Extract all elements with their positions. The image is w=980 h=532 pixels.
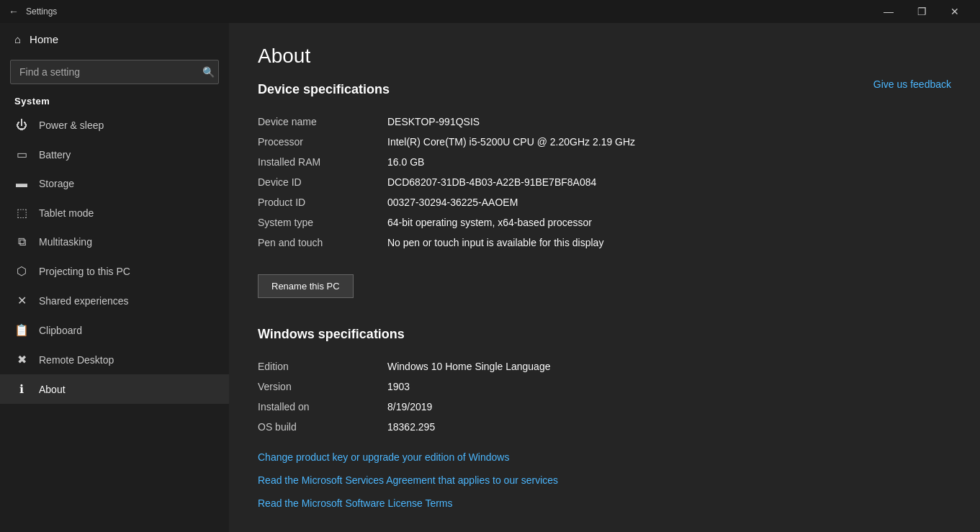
table-row: Device IDDCD68207-31DB-4B03-A22B-91BE7BF…	[258, 172, 951, 192]
table-row: Product ID00327-30294-36225-AAOEM	[258, 192, 951, 212]
sidebar-item-label: Tablet mode	[39, 207, 94, 219]
device-specs-header: Device specifications Give us feedback	[258, 82, 951, 97]
home-icon: ⌂	[14, 33, 21, 45]
clipboard-icon: 📋	[14, 323, 29, 337]
sidebar-item-tablet-mode[interactable]: ⬚ Tablet mode	[0, 198, 229, 227]
about-icon: ℹ	[14, 382, 29, 396]
sidebar-item-shared-experiences[interactable]: ✕ Shared experiences	[0, 286, 229, 315]
maximize-button[interactable]: ❐	[905, 0, 938, 23]
sidebar-item-label: About	[39, 384, 66, 395]
spec-label: Installed RAM	[258, 152, 387, 172]
spec-label: Installed on	[258, 397, 387, 417]
title-bar-title: Settings	[26, 6, 57, 17]
storage-icon: ▬	[14, 177, 29, 190]
close-button[interactable]: ✕	[938, 0, 971, 23]
feedback-link[interactable]: Give us feedback	[873, 78, 951, 90]
sidebar-item-label: Remote Desktop	[39, 354, 114, 366]
table-row: Version1903	[258, 377, 951, 397]
spec-label: System type	[258, 212, 387, 233]
sidebar-item-clipboard[interactable]: 📋 Clipboard	[0, 315, 229, 345]
spec-label: Device ID	[258, 172, 387, 192]
spec-label: OS build	[258, 417, 387, 437]
spec-value: Intel(R) Core(TM) i5-5200U CPU @ 2.20GHz…	[387, 132, 951, 152]
page-title: About	[258, 45, 951, 68]
search-button[interactable]: 🔍	[202, 66, 215, 78]
sidebar-item-label: Battery	[39, 149, 71, 161]
sidebar-search-container: 🔍	[10, 60, 219, 84]
sidebar-item-label: Projecting to this PC	[39, 266, 130, 277]
sidebar-item-home[interactable]: ⌂ Home	[0, 23, 229, 55]
table-row: System type64-bit operating system, x64-…	[258, 212, 951, 233]
spec-label: Version	[258, 377, 387, 397]
battery-icon: ▭	[14, 148, 29, 161]
sidebar-item-label: Shared experiences	[39, 295, 129, 307]
windows-specs-section: Windows specifications EditionWindows 10…	[258, 327, 951, 437]
spec-label: Pen and touch	[258, 233, 387, 253]
spec-label: Edition	[258, 356, 387, 377]
spec-label: Device name	[258, 112, 387, 132]
sidebar-item-label: Power & sleep	[39, 120, 104, 131]
spec-value: 16.0 GB	[387, 152, 951, 172]
spec-value: 00327-30294-36225-AAOEM	[387, 192, 951, 212]
sidebar-item-label: Multitasking	[39, 236, 92, 248]
links-container: Change product key or upgrade your editi…	[258, 451, 951, 509]
sidebar-item-projecting[interactable]: ⬡ Projecting to this PC	[0, 256, 229, 286]
spec-value: DESKTOP-991QSIS	[387, 112, 951, 132]
sidebar-section-title: System	[0, 93, 229, 111]
sidebar-item-label: Storage	[39, 178, 74, 189]
sidebar-home-label: Home	[30, 33, 58, 45]
tablet-mode-icon: ⬚	[14, 206, 29, 220]
rename-pc-button[interactable]: Rename this PC	[258, 274, 354, 298]
sidebar-item-remote-desktop[interactable]: ✖ Remote Desktop	[0, 345, 229, 374]
sidebar-item-storage[interactable]: ▬ Storage	[0, 169, 229, 198]
spec-label: Product ID	[258, 192, 387, 212]
spec-value: Windows 10 Home Single Language	[387, 356, 951, 377]
remote-desktop-icon: ✖	[14, 353, 29, 366]
windows-specs-title: Windows specifications	[258, 327, 951, 342]
spec-value: DCD68207-31DB-4B03-A22B-91BE7BF8A084	[387, 172, 951, 192]
table-row: OS build18362.295	[258, 417, 951, 437]
table-row: EditionWindows 10 Home Single Language	[258, 356, 951, 377]
title-bar: ← Settings — ❐ ✕	[0, 0, 980, 23]
search-input[interactable]	[10, 60, 219, 84]
spec-value: No pen or touch input is available for t…	[387, 233, 951, 253]
shared-experiences-icon: ✕	[14, 294, 29, 307]
projecting-icon: ⬡	[14, 264, 29, 278]
table-row: Pen and touchNo pen or touch input is av…	[258, 233, 951, 253]
device-specs-title: Device specifications	[258, 82, 951, 97]
table-row: Device nameDESKTOP-991QSIS	[258, 112, 951, 132]
table-row: Installed RAM16.0 GB	[258, 152, 951, 172]
sidebar-item-about[interactable]: ℹ About	[0, 374, 229, 404]
sidebar-item-power-sleep[interactable]: ⏻ Power & sleep	[0, 111, 229, 140]
windows-specs-table: EditionWindows 10 Home Single LanguageVe…	[258, 356, 951, 437]
sidebar-item-battery[interactable]: ▭ Battery	[0, 140, 229, 169]
windows-link[interactable]: Read the Microsoft Software License Term…	[258, 497, 951, 509]
sidebar-item-label: Clipboard	[39, 325, 82, 336]
spec-value: 1903	[387, 377, 951, 397]
spec-value: 64-bit operating system, x64-based proce…	[387, 212, 951, 233]
multitasking-icon: ⧉	[14, 235, 29, 248]
minimize-button[interactable]: —	[872, 0, 905, 23]
windows-link[interactable]: Change product key or upgrade your editi…	[258, 451, 951, 463]
spec-label: Processor	[258, 132, 387, 152]
content-area: About Device specifications Give us feed…	[229, 23, 980, 532]
spec-value: 18362.295	[387, 417, 951, 437]
sidebar: ⌂ Home 🔍 System ⏻ Power & sleep ▭ Batter…	[0, 23, 229, 532]
main-container: ⌂ Home 🔍 System ⏻ Power & sleep ▭ Batter…	[0, 23, 980, 532]
device-specs-table: Device nameDESKTOP-991QSISProcessorIntel…	[258, 112, 951, 253]
windows-link[interactable]: Read the Microsoft Services Agreement th…	[258, 474, 951, 486]
power-sleep-icon: ⏻	[14, 119, 29, 132]
back-button[interactable]: ←	[9, 6, 19, 17]
window-controls: — ❐ ✕	[872, 0, 971, 23]
table-row: ProcessorIntel(R) Core(TM) i5-5200U CPU …	[258, 132, 951, 152]
table-row: Installed on8/19/2019	[258, 397, 951, 417]
spec-value: 8/19/2019	[387, 397, 951, 417]
sidebar-item-multitasking[interactable]: ⧉ Multitasking	[0, 227, 229, 256]
